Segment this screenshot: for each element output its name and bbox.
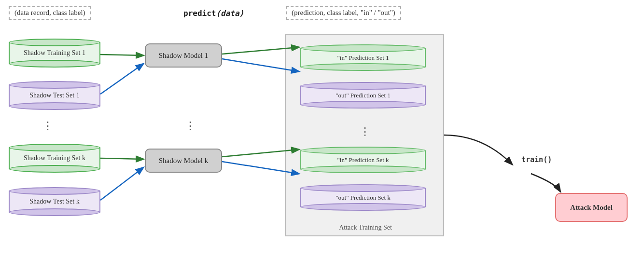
cylinder-top bbox=[9, 144, 100, 151]
header-right-label: (prediction, class label, "in" / "out") bbox=[286, 6, 401, 20]
cylinder-bottom bbox=[300, 101, 426, 109]
header-right-text: (prediction, class label, "in" / "out") bbox=[292, 9, 395, 16]
shadow-training-set-k: Shadow Training Set k bbox=[9, 144, 100, 173]
out-pred-1-label: "out" Prediction Set 1 bbox=[336, 92, 391, 99]
shadow-test-k-label: Shadow Test Set k bbox=[29, 198, 79, 205]
arrow-traink-modelk bbox=[100, 158, 143, 159]
header-middle-label: predict(data) bbox=[179, 7, 249, 20]
cylinder-top bbox=[300, 44, 426, 52]
shadow-model-1: Shadow Model 1 bbox=[145, 43, 222, 68]
shadow-training-1-label: Shadow Training Set 1 bbox=[24, 49, 85, 57]
diagram: (data record, class label) predict(data)… bbox=[0, 0, 644, 273]
cylinder-bottom bbox=[9, 102, 100, 110]
cylinder-top bbox=[9, 81, 100, 89]
arrow-train1-model1 bbox=[100, 55, 143, 55]
in-pred-1-label: "in" Prediction Set 1 bbox=[337, 54, 389, 62]
cylinder-top bbox=[300, 82, 426, 90]
out-prediction-set-k: "out" Prediction Set k bbox=[300, 184, 426, 211]
shadow-model-k-label: Shadow Model k bbox=[159, 157, 209, 165]
attack-model: Attack Model bbox=[555, 193, 628, 222]
cylinder-bottom bbox=[9, 165, 100, 173]
shadow-model-k: Shadow Model k bbox=[145, 149, 222, 173]
shadow-training-set-1: Shadow Training Set 1 bbox=[9, 39, 100, 68]
cylinder-top bbox=[300, 184, 426, 192]
out-prediction-set-1: "out" Prediction Set 1 bbox=[300, 82, 426, 109]
arrow-train-model bbox=[531, 174, 560, 191]
shadow-test-set-1: Shadow Test Set 1 bbox=[9, 81, 100, 110]
in-pred-k-label: "in" Prediction Set k bbox=[337, 156, 389, 164]
arrow-test1-model1 bbox=[100, 64, 143, 94]
in-prediction-set-k: "in" Prediction Set k bbox=[300, 147, 426, 173]
in-prediction-set-1: "in" Prediction Set 1 bbox=[300, 44, 426, 71]
center-dots: ⋮ bbox=[171, 120, 210, 132]
predict-data-text: (data) bbox=[216, 9, 244, 18]
cylinder-bottom bbox=[300, 165, 426, 173]
cylinder-bottom bbox=[300, 203, 426, 211]
out-pred-k-label: "out" Prediction Set k bbox=[336, 194, 391, 202]
attack-training-set-label: Attack Training Set bbox=[286, 224, 445, 232]
header-left-label: (data record, class label) bbox=[9, 6, 91, 20]
shadow-test-1-label: Shadow Test Set 1 bbox=[29, 92, 79, 99]
cylinder-top bbox=[9, 187, 100, 195]
attack-ts-text: Attack Training Set bbox=[339, 224, 392, 231]
cylinder-bottom bbox=[9, 208, 100, 216]
header-left-text: (data record, class label) bbox=[14, 9, 85, 16]
arrow-testk-modelk bbox=[100, 168, 143, 200]
middle-dots: ⋮ bbox=[286, 125, 445, 138]
left-dots: ⋮ bbox=[29, 120, 68, 132]
cylinder-bottom bbox=[300, 63, 426, 71]
cylinder-bottom bbox=[9, 60, 100, 68]
attack-training-set-container: "in" Prediction Set 1 "out" Prediction S… bbox=[285, 34, 444, 236]
shadow-test-set-k: Shadow Test Set k bbox=[9, 187, 100, 216]
cylinder-top bbox=[300, 147, 426, 154]
cylinder-top bbox=[9, 39, 100, 46]
shadow-training-k-label: Shadow Training Set k bbox=[24, 154, 85, 162]
attack-model-label: Attack Model bbox=[570, 204, 613, 212]
predict-text: predict bbox=[183, 9, 216, 18]
shadow-model-1-label: Shadow Model 1 bbox=[159, 52, 209, 60]
arrow-attack-train bbox=[444, 135, 512, 164]
train-label: train() bbox=[521, 155, 552, 164]
train-text: train() bbox=[521, 155, 552, 164]
